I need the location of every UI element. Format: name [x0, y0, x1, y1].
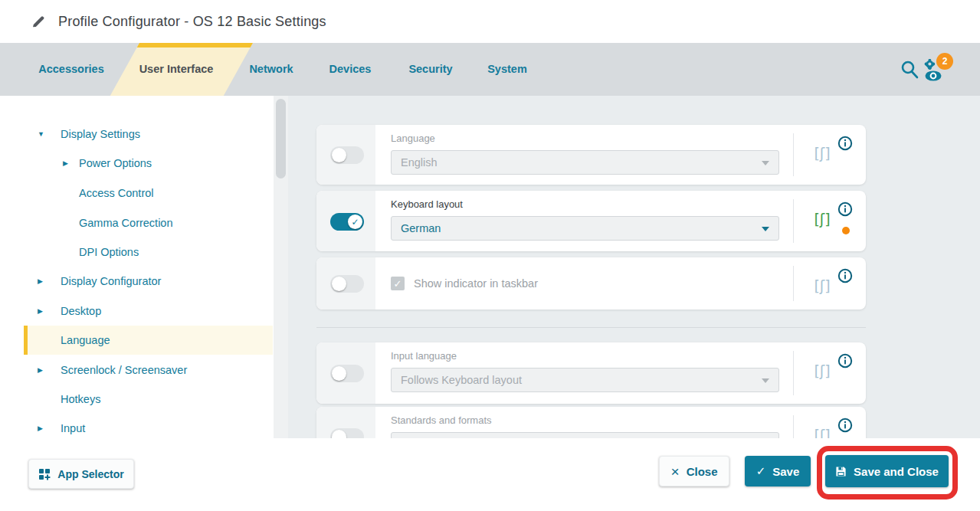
parameter-bracket-icon[interactable]	[807, 277, 837, 294]
tree-scrollbar[interactable]	[274, 96, 288, 438]
setting-label: Keyboard layout	[391, 198, 463, 210]
toggle-cell	[316, 191, 375, 251]
page-title: Profile Configurator - OS 12 Basic Setti…	[58, 14, 326, 30]
setting-row-keyboard-layout: Keyboard layout German	[316, 191, 866, 251]
standards-formats-enable-toggle[interactable]	[330, 428, 364, 438]
window-header: Profile Configurator - OS 12 Basic Setti…	[0, 0, 980, 43]
collapse-arrow-icon[interactable]	[38, 424, 43, 432]
toggle-cell	[316, 407, 375, 438]
tab-system[interactable]: System	[484, 43, 530, 96]
check-icon: ✓	[756, 466, 766, 477]
info-icon[interactable]	[837, 201, 853, 217]
tab-user-interface[interactable]: User Interface	[134, 43, 218, 96]
toggle-cell	[316, 257, 375, 310]
parameter-bracket-icon[interactable]	[807, 362, 837, 379]
search-icon[interactable]	[900, 58, 921, 86]
info-icon[interactable]	[837, 268, 853, 283]
language-select[interactable]: English	[391, 150, 779, 175]
collapse-arrow-icon[interactable]	[38, 277, 43, 285]
info-icon[interactable]	[837, 136, 853, 151]
tab-accessories[interactable]: Accessories	[33, 43, 110, 96]
tree-item-gamma-correction[interactable]: Gamma Correction	[24, 208, 273, 237]
close-x-icon: ×	[671, 464, 680, 479]
tree-item-display-settings[interactable]: Display Settings	[24, 120, 273, 149]
save-and-close-button[interactable]: Save and Close	[825, 455, 949, 487]
toggle-cell	[316, 342, 375, 404]
scrollbar-thumb[interactable]	[276, 99, 286, 179]
input-language-select[interactable]: Follows Keyboard layout	[391, 368, 779, 392]
info-icon[interactable]	[837, 418, 853, 433]
info-icon[interactable]	[837, 353, 853, 369]
separator	[793, 133, 794, 176]
tree-item-desktop[interactable]: Desktop	[24, 296, 273, 326]
footer-bar: App Selector × Close ✓ Save Save and Clo…	[0, 438, 980, 511]
settings-tree: Display Settings Power Options Access Co…	[0, 96, 273, 438]
pencil-icon	[31, 14, 46, 29]
setting-row-show-indicator: Show indicator in taskbar	[316, 257, 866, 310]
toggle-cell	[316, 125, 375, 185]
separator	[793, 199, 794, 243]
expand-arrow-icon[interactable]	[38, 130, 44, 138]
setting-label: Language	[391, 133, 435, 144]
tree-item-power-options[interactable]: Power Options	[24, 149, 273, 178]
tree-item-screenlock-screensaver[interactable]: Screenlock / Screensaver	[24, 355, 273, 385]
changes-count-badge[interactable]: 2	[936, 53, 953, 70]
app-grid-icon	[38, 468, 51, 480]
tree-item-language[interactable]: Language	[24, 326, 273, 355]
show-indicator-checkbox[interactable]	[391, 277, 405, 290]
standards-formats-select[interactable]	[391, 432, 779, 438]
save-floppy-icon	[835, 466, 847, 477]
input-language-enable-toggle[interactable]	[330, 365, 364, 382]
tab-bar: Accessories User Interface Network Devic…	[0, 43, 980, 96]
show-indicator-enable-toggle[interactable]	[330, 275, 364, 293]
tab-devices[interactable]: Devices	[327, 43, 373, 96]
collapse-arrow-icon[interactable]	[38, 307, 43, 315]
separator	[793, 351, 794, 395]
collapse-arrow-icon[interactable]	[38, 366, 43, 374]
chevron-down-icon	[762, 227, 769, 231]
keyboard-layout-select[interactable]: German	[391, 216, 779, 241]
setting-row-language: Language English	[316, 125, 866, 185]
section-divider	[316, 327, 866, 328]
tree-item-dpi-options[interactable]: DPI Options	[24, 237, 273, 267]
setting-row-standards-formats: Standards and formats	[316, 407, 866, 438]
save-button[interactable]: ✓ Save	[745, 456, 811, 486]
changed-indicator-dot	[842, 227, 850, 234]
separator	[793, 415, 794, 438]
collapse-arrow-icon[interactable]	[63, 159, 68, 167]
tree-item-display-configurator[interactable]: Display Configurator	[24, 267, 273, 296]
settings-panel: Language English Keyboard layout	[288, 96, 980, 438]
keyboard-layout-enable-toggle[interactable]	[330, 213, 364, 231]
chevron-down-icon	[762, 378, 769, 383]
separator	[793, 266, 794, 301]
chevron-down-icon	[762, 161, 769, 165]
tab-network[interactable]: Network	[248, 43, 294, 96]
app-selector-button[interactable]: App Selector	[28, 459, 134, 489]
setting-label: Show indicator in taskbar	[414, 277, 538, 290]
setting-row-input-language: Input language Follows Keyboard layout	[316, 342, 866, 404]
tree-item-access-control[interactable]: Access Control	[24, 179, 273, 208]
setting-label: Input language	[391, 350, 457, 362]
parameter-bracket-icon[interactable]	[807, 211, 837, 228]
parameter-bracket-icon[interactable]	[807, 427, 837, 438]
tab-security[interactable]: Security	[408, 43, 454, 96]
tree-item-hotkeys[interactable]: Hotkeys	[24, 385, 273, 414]
profile-configurator-window: Profile Configurator - OS 12 Basic Setti…	[0, 0, 980, 511]
close-button[interactable]: × Close	[659, 456, 729, 486]
setting-label: Standards and formats	[391, 414, 492, 426]
language-enable-toggle[interactable]	[330, 146, 364, 164]
parameter-bracket-icon[interactable]	[807, 145, 837, 162]
